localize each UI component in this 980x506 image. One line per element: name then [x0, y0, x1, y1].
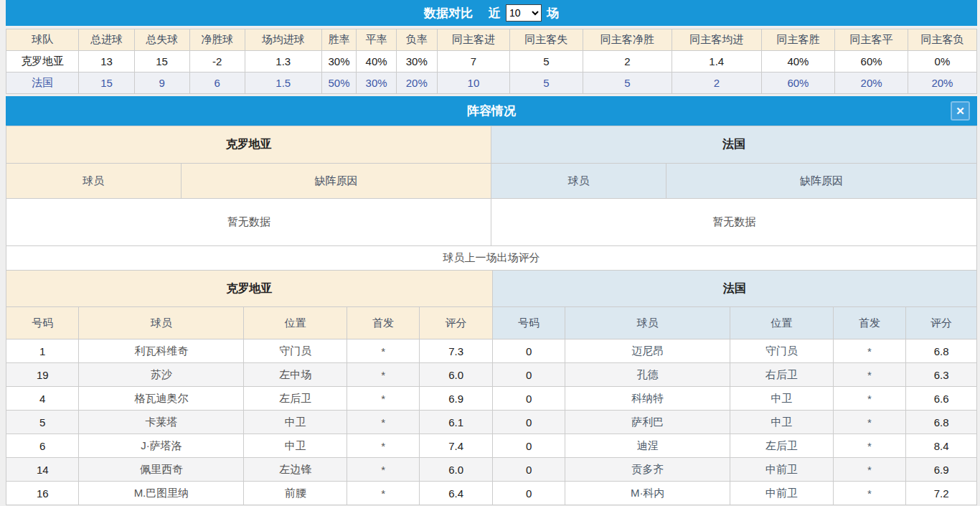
player-name: 孔德	[565, 363, 730, 387]
player-position: 中卫	[244, 434, 347, 458]
ratings-table: 克罗地亚 法国 号码球员位置首发评分号码球员位置首发评分 1利瓦科维奇守门员*7…	[6, 270, 977, 505]
stat-cell: 40%	[761, 51, 835, 72]
player-name: M·科内	[565, 482, 730, 505]
lineup-title: 阵容情况	[467, 103, 516, 119]
player-name: 迪涅	[565, 434, 730, 458]
stat-cell: 2	[583, 51, 672, 72]
ratings-team-croatia: 克罗地亚	[6, 271, 493, 307]
ratings-column-header: 位置	[244, 307, 347, 339]
player-starter: *	[833, 387, 905, 411]
player-number: 0	[492, 482, 565, 505]
comparison-header-row: 球队总进球总失球净胜球场均进球胜率平率负率同主客进同主客失同主客净胜同主客均进同…	[6, 29, 977, 51]
player-rating: 6.9	[420, 387, 492, 411]
ratings-section-title: 球员上一场出场评分	[6, 246, 977, 270]
stat-cell: 60%	[761, 72, 835, 94]
stat-cell: 30%	[396, 51, 437, 72]
comparison-column-header: 同主客均进	[672, 29, 761, 51]
comparison-column-header: 同主客净胜	[583, 29, 672, 51]
player-starter: *	[833, 458, 905, 482]
stat-cell: 0%	[908, 51, 976, 72]
comparison-column-header: 球队	[6, 29, 79, 51]
player-name: 利瓦科维奇	[79, 339, 244, 363]
recent-matches-group: 近 10 场	[489, 4, 559, 22]
player-starter: *	[833, 363, 905, 387]
lineup-table: 克罗地亚 法国 球员 缺阵原因 球员 缺阵原因 暂无数据 暂无数据	[6, 126, 977, 246]
player-name: 卡莱塔	[79, 411, 244, 434]
player-number: 0	[492, 387, 565, 411]
stat-cell: 5	[510, 72, 583, 94]
lineup-column-header-row: 球员 缺阵原因 球员 缺阵原因	[6, 164, 977, 199]
comparison-table: 球队总进球总失球净胜球场均进球胜率平率负率同主客进同主客失同主客净胜同主客均进同…	[6, 29, 977, 94]
player-position: 中前卫	[730, 482, 833, 505]
comparison-column-header: 总进球	[79, 29, 134, 51]
ratings-team-header-row: 克罗地亚 法国	[6, 271, 977, 307]
player-starter: *	[833, 434, 905, 458]
player-rating: 6.1	[420, 411, 492, 434]
player-name: 苏沙	[79, 363, 244, 387]
stat-cell: -2	[189, 51, 245, 72]
comparison-column-header: 胜率	[321, 29, 357, 51]
lineup-team-header-row: 克罗地亚 法国	[6, 126, 977, 164]
lineup-team-france: 法国	[491, 126, 977, 164]
stat-cell: 15	[79, 72, 134, 94]
player-number: 6	[6, 434, 79, 458]
recent-matches-select[interactable]: 10	[506, 4, 542, 22]
ratings-column-header: 首发	[347, 307, 419, 339]
player-number: 16	[6, 482, 79, 505]
player-name: 佩里西奇	[79, 458, 244, 482]
stat-cell: 6	[189, 72, 245, 94]
ratings-column-header: 位置	[730, 307, 833, 339]
no-data-right: 暂无数据	[491, 199, 977, 246]
stat-cell: 5	[583, 72, 672, 94]
player-position: 中前卫	[730, 458, 833, 482]
player-rating: 8.4	[906, 434, 977, 458]
lineup-empty-row: 暂无数据 暂无数据	[6, 199, 977, 246]
player-position: 中卫	[730, 411, 833, 434]
player-starter: *	[833, 339, 905, 363]
comparison-row: 法国15961.550%30%20%1055260%20%20%	[6, 72, 977, 94]
stat-cell: 10	[437, 72, 509, 94]
close-button[interactable]: ✕	[951, 101, 970, 121]
team-name-cell: 法国	[6, 72, 79, 94]
comparison-column-header: 同主客负	[908, 29, 976, 51]
lineup-col-player-left: 球员	[6, 164, 182, 199]
ratings-team-france: 法国	[492, 271, 976, 307]
player-name: J·萨塔洛	[79, 434, 244, 458]
ratings-column-header: 首发	[833, 307, 905, 339]
player-row: 4格瓦迪奥尔左后卫*6.90科纳特中卫*6.6	[6, 387, 977, 411]
player-position: 中卫	[244, 411, 347, 434]
player-rating: 7.3	[420, 339, 492, 363]
ratings-column-header: 号码	[6, 307, 79, 339]
player-number: 5	[6, 411, 79, 434]
close-icon: ✕	[956, 106, 965, 116]
stat-cell: 1.5	[245, 72, 321, 94]
player-name: M.巴图里纳	[79, 482, 244, 505]
player-starter: *	[347, 387, 419, 411]
player-number: 0	[492, 434, 565, 458]
lineup-col-player-right: 球员	[491, 164, 666, 199]
recent-suffix: 场	[547, 5, 559, 22]
player-rating: 6.8	[906, 411, 977, 434]
stat-cell: 9	[134, 72, 189, 94]
player-number: 1	[6, 339, 79, 363]
team-name-cell: 克罗地亚	[6, 51, 79, 72]
lineup-title-bar: 阵容情况 ✕	[6, 96, 977, 126]
player-starter: *	[833, 482, 905, 505]
player-rating: 7.2	[906, 482, 977, 505]
lineup-col-reason-left: 缺阵原因	[181, 164, 491, 199]
player-rating: 6.0	[420, 458, 492, 482]
player-row: 1利瓦科维奇守门员*7.30迈尼昂守门员*6.8	[6, 339, 977, 363]
no-data-left: 暂无数据	[6, 199, 491, 246]
player-starter: *	[347, 458, 419, 482]
recent-label: 近	[489, 5, 501, 22]
player-rating: 6.8	[906, 339, 977, 363]
player-number: 0	[492, 458, 565, 482]
player-name: 科纳特	[565, 387, 730, 411]
stat-cell: 30%	[321, 51, 357, 72]
comparison-column-header: 总失球	[134, 29, 189, 51]
player-number: 0	[492, 339, 565, 363]
stat-cell: 1.4	[672, 51, 761, 72]
stat-cell: 2	[672, 72, 761, 94]
player-position: 左后卫	[244, 387, 347, 411]
comparison-column-header: 平率	[357, 29, 396, 51]
